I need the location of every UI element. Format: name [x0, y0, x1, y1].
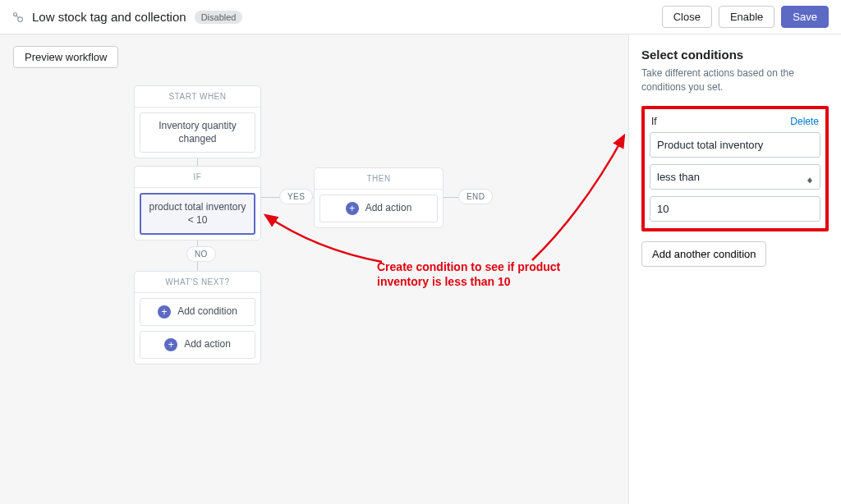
status-badge: Disabled	[195, 11, 243, 24]
add-condition-label: Add condition	[177, 305, 237, 318]
node-then-head: THEN	[315, 168, 443, 190]
label-yes: YES	[279, 189, 313, 204]
add-action-label: Add action	[365, 202, 412, 215]
add-another-condition-button[interactable]: Add another condition	[641, 241, 766, 267]
sidebar-title: Select conditions	[641, 48, 829, 62]
node-start-head: START WHEN	[135, 86, 260, 108]
add-action-button-then[interactable]: + Add action	[319, 195, 438, 222]
topbar-actions: Close Enable Save	[662, 6, 829, 28]
label-no: NO	[186, 246, 216, 262]
svg-line-2	[16, 15, 19, 17]
annotation-arrow-right	[526, 129, 641, 264]
enable-button[interactable]: Enable	[719, 6, 774, 28]
workflow-canvas: Preview workflow START WHEN Inventory qu…	[0, 34, 628, 504]
node-start[interactable]: START WHEN Inventory quantity changed	[134, 85, 261, 158]
page-title: Low stock tag and collection	[32, 10, 186, 24]
svg-point-1	[18, 16, 23, 21]
workflow-icon	[12, 11, 24, 23]
if-label: If	[651, 116, 657, 127]
add-condition-button[interactable]: + Add condition	[140, 298, 255, 326]
node-if[interactable]: IF product total inventory < 10	[134, 166, 261, 241]
preview-workflow-button[interactable]: Preview workflow	[13, 46, 118, 68]
node-start-body: Inventory quantity changed	[140, 112, 255, 153]
topbar-left: Low stock tag and collection Disabled	[12, 10, 242, 24]
add-action-label: Add action	[184, 338, 231, 351]
annotation-text: Create condition to see if product inven…	[377, 259, 560, 289]
plus-icon: +	[158, 305, 171, 318]
condition-box: If Delete	[641, 106, 829, 231]
sidebar-subtitle: Take different actions based on the cond…	[641, 66, 829, 94]
delete-condition-link[interactable]: Delete	[790, 116, 819, 127]
condition-operator-select[interactable]	[650, 164, 820, 190]
label-end: END	[458, 189, 493, 204]
save-button[interactable]: Save	[781, 6, 829, 28]
topbar: Low stock tag and collection Disabled Cl…	[0, 0, 841, 34]
condition-header: If Delete	[650, 114, 820, 132]
add-action-button-next[interactable]: + Add action	[140, 331, 255, 359]
close-button[interactable]: Close	[662, 6, 712, 28]
node-next-head: WHAT'S NEXT?	[135, 272, 260, 293]
plus-icon: +	[346, 202, 359, 215]
annotation-line2: inventory is less than 10	[377, 274, 560, 289]
sidebar: Select conditions Take different actions…	[628, 34, 841, 504]
condition-value-input[interactable]	[650, 196, 820, 222]
node-if-body[interactable]: product total inventory < 10	[140, 193, 255, 235]
node-then[interactable]: THEN + Add action	[314, 167, 443, 228]
node-whats-next[interactable]: WHAT'S NEXT? + Add condition + Add actio…	[134, 271, 261, 364]
plus-icon: +	[164, 338, 177, 351]
node-if-head: IF	[135, 167, 260, 188]
condition-field-input[interactable]	[650, 132, 820, 158]
annotation-line1: Create condition to see if product	[377, 259, 560, 274]
